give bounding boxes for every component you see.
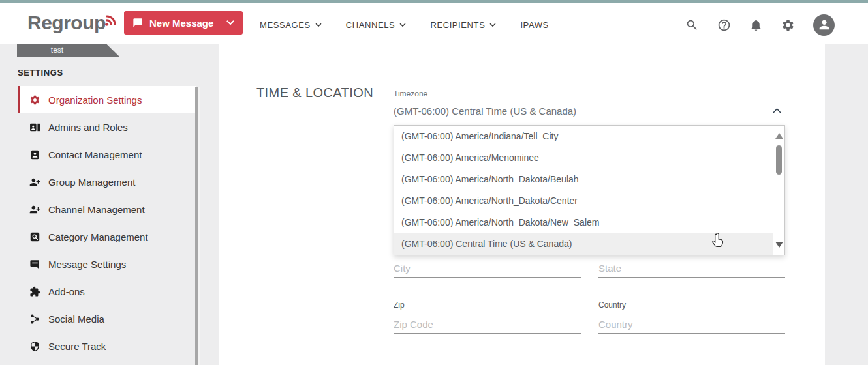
timezone-option[interactable]: (GMT-06:00) America/Menominee xyxy=(394,147,784,169)
app-window: Regroup New Message MESSAGES CHANNELS RE xyxy=(0,0,868,365)
top-navigation-bar: Regroup New Message MESSAGES CHANNELS RE xyxy=(0,3,868,44)
timezone-select[interactable]: (GMT-06:00) Central Time (US & Canada) xyxy=(394,104,785,123)
scroll-up-arrow-icon[interactable] xyxy=(775,133,783,139)
sidebar-item-label: Secure Track xyxy=(48,341,106,352)
dropdown-scrollbar xyxy=(773,126,784,255)
menu-ipaws-label: IPAWS xyxy=(520,20,548,30)
sidebar-item-label: Add-ons xyxy=(48,286,85,297)
sidebar-item-label: Contact Management xyxy=(48,149,142,160)
search-icon[interactable] xyxy=(685,18,699,32)
timezone-option[interactable]: (GMT-06:00) America/North_Dakota/Center xyxy=(394,190,784,212)
menu-channels-label: CHANNELS xyxy=(346,20,395,30)
chat-bubble-icon xyxy=(132,18,143,28)
organization-tab-label: test xyxy=(51,46,63,55)
new-message-button[interactable]: New Message xyxy=(124,11,243,35)
menu-ipaws[interactable]: IPAWS xyxy=(520,20,548,30)
timezone-selected-value: (GMT-06:00) Central Time (US & Canada) xyxy=(394,104,785,119)
zip-input[interactable] xyxy=(394,315,581,334)
sidebar-item-label: Organization Settings xyxy=(48,95,142,106)
person-add-icon xyxy=(29,204,40,215)
dropdown-scrollbar-thumb[interactable] xyxy=(776,145,782,175)
puzzle-icon xyxy=(29,286,40,297)
sidebar-item-label: Social Media xyxy=(48,314,104,325)
sidebar-item-category-management[interactable]: Category Management xyxy=(18,223,196,250)
menu-recipients[interactable]: RECIPIENTS xyxy=(430,20,496,30)
settings-gear-icon[interactable] xyxy=(781,18,795,32)
menu-channels[interactable]: CHANNELS xyxy=(346,20,407,30)
regroup-logo[interactable]: Regroup xyxy=(27,12,119,34)
sidebar-item-group-management[interactable]: Group Management xyxy=(18,168,196,196)
help-icon[interactable] xyxy=(717,18,731,32)
sidebar-item-label: Admins and Roles xyxy=(48,122,128,133)
chevron-down-icon xyxy=(399,23,406,27)
sidebar-item-admins-and-roles[interactable]: Admins and Roles xyxy=(18,113,196,141)
sidebar-scrollbar-thumb[interactable] xyxy=(195,87,198,365)
country-input[interactable] xyxy=(598,315,785,334)
main-menu: MESSAGES CHANNELS RECIPIENTS IPAWS xyxy=(260,5,549,44)
settings-sidebar: test SETTINGS Organization Settings Admi… xyxy=(0,44,196,365)
zip-field-label: Zip xyxy=(394,300,405,310)
chevron-up-icon xyxy=(773,108,781,113)
shield-icon xyxy=(29,341,40,352)
menu-messages-label: MESSAGES xyxy=(260,20,311,30)
sidebar-divider xyxy=(200,87,200,365)
header-icon-group xyxy=(685,5,835,44)
chevron-down-icon xyxy=(489,23,496,27)
chevron-down-icon xyxy=(315,23,322,27)
sidebar-item-secure-track[interactable]: Secure Track xyxy=(18,332,196,360)
city-input[interactable] xyxy=(394,259,581,278)
sidebar-item-organization-settings[interactable]: Organization Settings xyxy=(18,86,196,113)
sidebar-item-message-settings[interactable]: Message Settings xyxy=(18,250,196,278)
logo-text: Regroup xyxy=(27,12,106,34)
sidebar-item-label: Message Settings xyxy=(48,259,126,270)
person-icon xyxy=(817,18,831,32)
organization-settings-panel: TIME & LOCATION Timezone (GMT-06:00) Cen… xyxy=(219,44,825,365)
timezone-option[interactable]: (GMT-06:00) America/North_Dakota/New_Sal… xyxy=(394,212,784,233)
sidebar-item-add-ons[interactable]: Add-ons xyxy=(18,278,196,305)
person-add-icon xyxy=(29,177,40,188)
timezone-option-highlighted[interactable]: (GMT-06:00) Central Time (US & Canada) xyxy=(394,233,784,255)
admins-roles-icon xyxy=(29,122,40,133)
time-location-section-title: TIME & LOCATION xyxy=(256,85,373,100)
sidebar-item-label: Group Management xyxy=(48,177,135,188)
sidebar-section-title: SETTINGS xyxy=(18,68,63,78)
timezone-dropdown-list: (GMT-06:00) America/Indiana/Tell_City (G… xyxy=(394,125,785,256)
account-avatar[interactable] xyxy=(813,14,835,36)
menu-messages[interactable]: MESSAGES xyxy=(260,20,322,30)
category-search-icon xyxy=(29,231,40,242)
share-icon xyxy=(29,314,40,325)
sidebar-item-channel-management[interactable]: Channel Management xyxy=(18,196,196,223)
scroll-down-arrow-icon[interactable] xyxy=(775,242,783,248)
sidebar-item-social-media[interactable]: Social Media xyxy=(18,305,196,332)
sidebar-menu: Organization Settings Admins and Roles C… xyxy=(18,86,196,360)
chat-bubble-icon xyxy=(29,259,40,270)
menu-recipients-label: RECIPIENTS xyxy=(430,20,485,30)
notifications-icon[interactable] xyxy=(749,18,763,32)
timezone-field-label: Timezone xyxy=(394,89,427,98)
sidebar-item-label: Channel Management xyxy=(48,204,145,215)
signal-arcs-icon xyxy=(104,12,119,27)
gear-icon xyxy=(29,95,40,106)
contact-card-icon xyxy=(29,149,40,160)
sidebar-item-contact-management[interactable]: Contact Management xyxy=(18,141,196,168)
state-input[interactable] xyxy=(598,259,785,278)
country-field-label: Country xyxy=(598,300,626,310)
timezone-option[interactable]: (GMT-06:00) America/Indiana/Tell_City xyxy=(394,126,784,147)
sidebar-item-label: Category Management xyxy=(48,231,148,242)
chevron-down-icon xyxy=(226,20,234,25)
timezone-option[interactable]: (GMT-06:00) America/North_Dakota/Beulah xyxy=(394,169,784,190)
new-message-label: New Message xyxy=(149,18,213,29)
organization-tab[interactable]: test xyxy=(17,44,119,57)
